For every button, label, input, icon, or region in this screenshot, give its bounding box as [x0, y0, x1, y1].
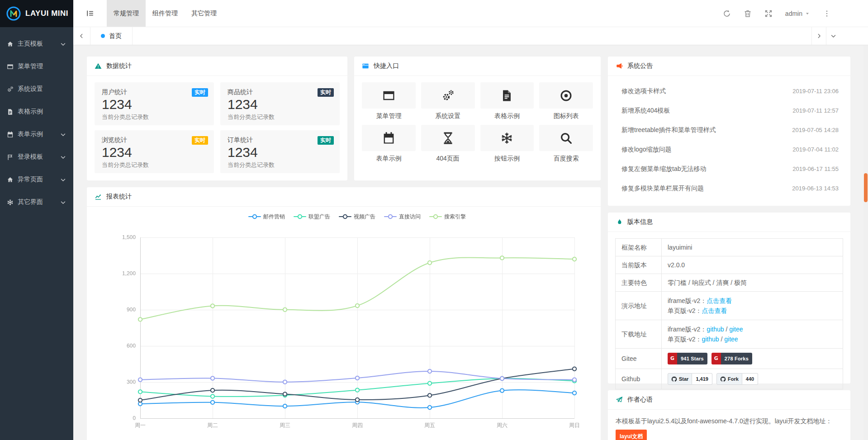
sidebar-item-login-template[interactable]: 登录模板: [0, 146, 73, 168]
report-chart-card: 报表统计: [87, 187, 601, 440]
refresh-icon[interactable]: [723, 9, 731, 18]
quick-entry-card: 快捷入口 菜单管理系统设置表格示例图标列表表单示例404页面按钮示例百度搜索: [354, 57, 601, 180]
right-column: 系统公告 修改选项卡样式2019-07-11 23:06新增系统404模板201…: [608, 57, 850, 440]
github-fork-button[interactable]: Fork440: [716, 373, 758, 385]
quick-entry-form-demo[interactable]: 表单示例: [362, 125, 416, 162]
version-info-header: 版本信息: [608, 213, 850, 232]
version-row-github: GithubStar1,419Fork440: [616, 369, 843, 389]
chevron-down-icon: [60, 176, 66, 183]
user-dropdown[interactable]: admin: [785, 10, 810, 17]
data-statistics-header: 数据统计: [87, 57, 347, 76]
version-line: iframe版-v2：github / gitee: [668, 324, 837, 334]
quick-entry-table-demo[interactable]: 表格示例: [480, 82, 534, 120]
notice-item[interactable]: 修改选项卡样式2019-07-11 23:06: [621, 81, 839, 101]
realtime-badge: 实时: [192, 88, 208, 97]
github-star-button[interactable]: Star1,419: [668, 373, 712, 385]
version-row-gitee: GiteeG941 StarsG278 Forks: [616, 349, 843, 369]
report-line-chart[interactable]: [94, 207, 593, 440]
version-info-card: 版本信息 框架名称layuimini当前版本v2.0.0主要特色零门槛 / 响应…: [608, 213, 850, 383]
author-intro-text: 本模板基于layui2.5.4以及font-awesome-4.7.0进行实现。…: [616, 416, 843, 426]
notice-time: 2019-07-04 11:02: [792, 146, 839, 153]
chevron-down-icon: [60, 131, 66, 138]
version-link-github[interactable]: github: [707, 326, 724, 333]
version-row-label: Github: [616, 369, 662, 389]
tab-active-dot: [101, 34, 105, 38]
megaphone-icon: [616, 62, 623, 70]
notice-text: 新增treetable插件和菜单管理样式: [621, 126, 716, 134]
sidebar-item-home-template[interactable]: 主页模板: [0, 33, 73, 55]
tabs-scroll-left-button[interactable]: [73, 27, 90, 45]
version-link-gitee[interactable]: gitee: [729, 326, 743, 333]
quick-entry-icon-box: [421, 125, 475, 151]
version-line-prefix: iframe版-v2：: [668, 326, 707, 333]
sidebar-item-other-ui[interactable]: 其它界面: [0, 191, 73, 213]
sidebar-toggle-button[interactable]: [73, 0, 107, 27]
version-row-value: layuimini: [662, 239, 843, 256]
fullscreen-icon[interactable]: [764, 9, 773, 18]
quick-entry-label: 百度搜索: [539, 155, 593, 162]
notice-item[interactable]: 修复多模块菜单栏展开有问题2019-06-13 14:53: [621, 179, 839, 198]
scrollbar-thumb[interactable]: [864, 173, 868, 202]
quick-entry-menu-manage[interactable]: 菜单管理: [362, 82, 416, 120]
sidebar-item-form-demo[interactable]: 表单示例: [0, 123, 73, 146]
author-words-title: 作者心语: [627, 396, 653, 404]
version-row-value: iframe版-v2：github / gitee单页版-v2：github /…: [662, 320, 843, 349]
sidebar-item-table-demo[interactable]: 表格示例: [0, 100, 73, 123]
hourglass-icon: [441, 132, 455, 145]
sidebar-item-error-page[interactable]: 异常页面: [0, 168, 73, 191]
version-row-current: 当前版本v2.0.0: [616, 256, 843, 274]
quick-entry-icon-list[interactable]: 图标列表: [539, 82, 593, 120]
github-button-main: Star: [668, 373, 692, 385]
more-menu-icon[interactable]: [823, 9, 831, 18]
version-info-title: 版本信息: [627, 218, 653, 226]
quick-entry-system-setting[interactable]: 系统设置: [421, 82, 475, 120]
notice-text: 修复左侧菜单缩放tab无法移动: [621, 165, 706, 173]
notice-text: 修复多模块菜单栏展开有问题: [621, 185, 704, 193]
notice-item[interactable]: 修改logo缩放问题2019-07-04 11:02: [621, 140, 839, 159]
logo[interactable]: LAYUI MINI: [0, 0, 73, 27]
stat-label: 用户统计: [102, 88, 207, 96]
gitee-badge-941-stars[interactable]: G941 Stars: [668, 353, 707, 364]
system-notice-header: 系统公告: [608, 57, 850, 76]
clear-cache-icon[interactable]: [744, 9, 752, 18]
notice-item[interactable]: 新增系统404模板2019-07-11 12:57: [621, 101, 839, 120]
stat-desc: 当前分类总记录数: [228, 113, 332, 121]
username: admin: [785, 10, 802, 17]
version-link-点击查看[interactable]: 点击查看: [707, 297, 732, 304]
quick-entry-page-404[interactable]: 404页面: [421, 125, 475, 162]
tabs-scroll-right-button[interactable]: [811, 27, 826, 45]
quick-entry-label: 按钮示例: [480, 155, 534, 162]
calendar-icon: [382, 132, 395, 145]
notice-item[interactable]: 修复左侧菜单缩放tab无法移动2019-06-17 11:55: [621, 159, 839, 179]
version-line-prefix: 单页版-v2：: [668, 307, 702, 314]
sidebar-item-system-setting[interactable]: 系统设置: [0, 78, 73, 100]
notice-text: 新增系统404模板: [621, 107, 670, 115]
quick-entry-icon-box: [480, 82, 534, 109]
top-tab-component[interactable]: 组件管理: [146, 0, 185, 27]
github-button-label: Fork: [728, 374, 739, 383]
top-tab-general[interactable]: 常规管理: [107, 0, 146, 27]
stat-label: 订单统计: [228, 136, 332, 144]
gears-icon: [441, 89, 455, 102]
tabs-operations-button[interactable]: [826, 27, 840, 45]
tabbar-controls: [811, 27, 840, 45]
layui-doc-badge[interactable]: layui文档: [616, 430, 647, 440]
version-link-点击查看[interactable]: 点击查看: [702, 307, 727, 314]
scrollbar-track[interactable]: [863, 45, 868, 440]
quick-entry-title: 快捷入口: [374, 62, 399, 70]
sidebar-item-menu-manage[interactable]: 菜单管理: [0, 55, 73, 78]
quick-entry-baidu-search[interactable]: 百度搜索: [539, 125, 593, 162]
tab-home[interactable]: 首页: [90, 27, 133, 45]
version-link-gitee[interactable]: gitee: [724, 336, 738, 343]
quick-entry-label: 系统设置: [421, 112, 475, 120]
left-column: 数据统计 用户统计1234当前分类总记录数实时商品统计1234当前分类总记录数实…: [87, 57, 601, 440]
version-row-value: G941 StarsG278 Forks: [662, 349, 843, 369]
notice-item[interactable]: 新增treetable插件和菜单管理样式2019-07-05 14:28: [621, 120, 839, 140]
quick-entry-button-demo[interactable]: 按钮示例: [480, 125, 534, 162]
header-actions: admin: [723, 0, 868, 27]
top-tab-other[interactable]: 其它管理: [185, 0, 223, 27]
version-link-github[interactable]: github: [702, 336, 719, 343]
gitee-badge-278-forks[interactable]: G278 Forks: [711, 353, 752, 364]
brand-title: LAYUI MINI: [25, 9, 68, 18]
gitee-icon: G: [668, 353, 677, 364]
